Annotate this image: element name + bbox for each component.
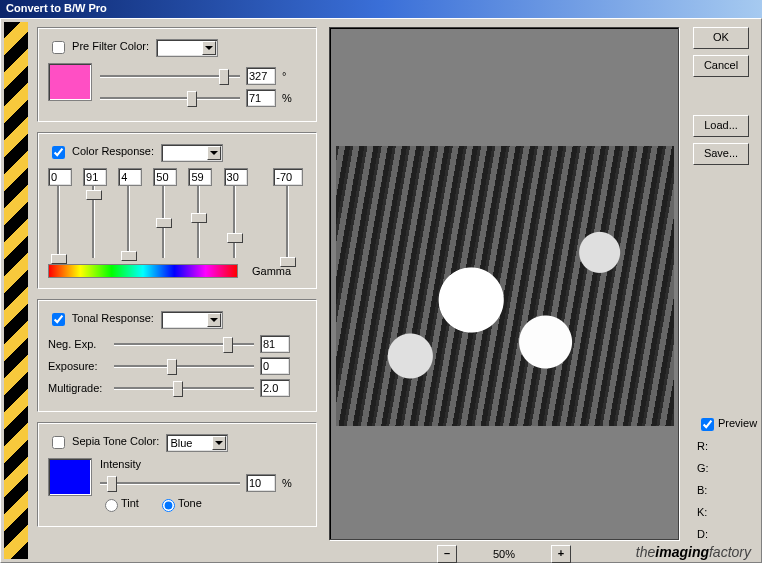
readout-d: D: xyxy=(697,524,757,544)
intensity-value[interactable] xyxy=(246,474,276,492)
sat-unit: % xyxy=(282,92,292,104)
ch0-value[interactable] xyxy=(48,168,72,186)
tint-label: Tint xyxy=(121,497,139,509)
ch2-slider[interactable] xyxy=(118,186,140,258)
sepia-combo[interactable]: Blue xyxy=(166,434,228,452)
exposure-label: Exposure: xyxy=(48,360,108,372)
load-button[interactable]: Load... xyxy=(693,115,749,137)
ch4-slider[interactable] xyxy=(188,186,210,258)
ch5-slider[interactable] xyxy=(224,186,246,258)
ch5-value[interactable] xyxy=(224,168,248,186)
tone-radio[interactable] xyxy=(162,499,175,512)
zoom-out-button[interactable]: – xyxy=(437,545,457,563)
prefilter-label: Pre Filter Color: xyxy=(72,40,149,52)
chevron-down-icon xyxy=(207,313,221,327)
dialog-body: Pre Filter Color: ° % xyxy=(0,18,762,563)
negexp-slider[interactable] xyxy=(114,335,254,353)
tonal-response-label: Tonal Response: xyxy=(72,312,154,324)
spectrum-bar xyxy=(48,264,238,278)
ch4-value[interactable] xyxy=(188,168,212,186)
sepia-swatch[interactable] xyxy=(48,458,92,496)
gamma-value[interactable] xyxy=(273,168,303,186)
sepia-combo-text: Blue xyxy=(170,437,192,449)
save-button[interactable]: Save... xyxy=(693,143,749,165)
preview-checkbox-label: Preview xyxy=(718,417,757,429)
tonal-response-checkbox[interactable] xyxy=(52,313,65,326)
zoom-controls: – 50% + xyxy=(329,545,679,563)
tonal-response-combo[interactable] xyxy=(161,311,223,329)
prefilter-combo[interactable] xyxy=(156,39,218,57)
intensity-label: Intensity xyxy=(100,458,306,470)
chevron-down-icon xyxy=(212,436,226,450)
zoom-in-button[interactable]: + xyxy=(551,545,571,563)
exposure-value[interactable] xyxy=(260,357,290,375)
ch1-value[interactable] xyxy=(83,168,107,186)
negexp-value[interactable] xyxy=(260,335,290,353)
negexp-label: Neg. Exp. xyxy=(48,338,108,350)
ok-button[interactable]: OK xyxy=(693,27,749,49)
readout-g: G: xyxy=(697,458,757,478)
window-title: Convert to B/W Pro xyxy=(6,2,107,14)
tint-radio[interactable] xyxy=(105,499,118,512)
chevron-down-icon xyxy=(207,146,221,160)
sepia-group: Sepia Tone Color: Blue Intensity % Tint … xyxy=(37,422,317,527)
preview-checkbox[interactable] xyxy=(701,418,714,431)
hue-slider[interactable] xyxy=(100,67,240,85)
readout-b: B: xyxy=(697,480,757,500)
exposure-slider[interactable] xyxy=(114,357,254,375)
gamma-label: Gamma xyxy=(252,265,291,277)
brand-logo: theimagingfactory xyxy=(636,544,751,560)
readout-k: K: xyxy=(697,502,757,522)
tonal-response-group: Tonal Response: Neg. Exp. Exposure: Mult… xyxy=(37,299,317,412)
intensity-slider[interactable] xyxy=(100,474,240,492)
sat-value[interactable] xyxy=(246,89,276,107)
tone-label: Tone xyxy=(178,497,202,509)
prefilter-group: Pre Filter Color: ° % xyxy=(37,27,317,122)
color-response-combo[interactable] xyxy=(161,144,223,162)
chevron-down-icon xyxy=(202,41,216,55)
multigrade-slider[interactable] xyxy=(114,379,254,397)
ch3-slider[interactable] xyxy=(153,186,175,258)
preview-image[interactable] xyxy=(336,146,674,426)
color-response-label: Color Response: xyxy=(72,145,154,157)
preview-area xyxy=(329,27,679,540)
prefilter-checkbox[interactable] xyxy=(52,41,65,54)
multigrade-value[interactable] xyxy=(260,379,290,397)
sepia-checkbox[interactable] xyxy=(52,436,65,449)
multigrade-label: Multigrade: xyxy=(48,382,108,394)
right-column: OK Cancel Load... Save... xyxy=(693,27,753,171)
hue-unit: ° xyxy=(282,70,286,82)
readout-r: R: xyxy=(697,436,757,456)
intensity-unit: % xyxy=(282,477,292,489)
ch1-slider[interactable] xyxy=(83,186,105,258)
ch2-value[interactable] xyxy=(118,168,142,186)
left-panels: Pre Filter Color: ° % xyxy=(37,27,317,537)
color-response-group: Color Response: Gamma xyxy=(37,132,317,289)
hue-value[interactable] xyxy=(246,67,276,85)
cancel-button[interactable]: Cancel xyxy=(693,55,749,77)
ch0-slider[interactable] xyxy=(48,186,70,258)
window-titlebar: Convert to B/W Pro xyxy=(0,0,762,18)
sepia-label: Sepia Tone Color: xyxy=(72,435,159,447)
readouts: Preview R: G: B: K: D: xyxy=(697,413,757,546)
hazard-stripe xyxy=(4,22,28,559)
prefilter-swatch[interactable] xyxy=(48,63,92,101)
ch3-value[interactable] xyxy=(153,168,177,186)
gamma-slider[interactable] xyxy=(277,186,299,258)
zoom-label: 50% xyxy=(493,548,515,560)
sat-slider[interactable] xyxy=(100,89,240,107)
color-response-checkbox[interactable] xyxy=(52,146,65,159)
